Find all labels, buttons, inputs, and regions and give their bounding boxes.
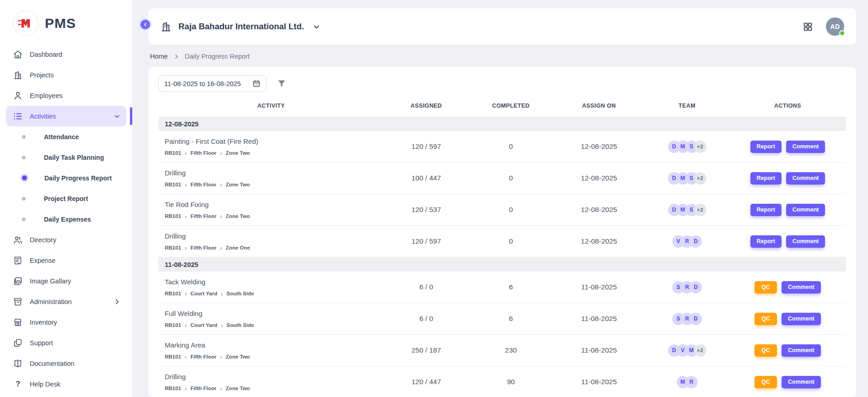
qc-button[interactable]: QC — [755, 376, 777, 388]
chevron-right-icon: › — [220, 150, 222, 156]
user-avatar[interactable]: AD — [826, 17, 844, 36]
sidebar-collapse-button[interactable] — [139, 18, 151, 31]
chevron-right-icon: › — [185, 182, 187, 188]
sidebar-item-dashboard[interactable]: Dashboard — [6, 44, 126, 65]
date-range-input[interactable] — [164, 80, 248, 87]
sidebar-item-daily-expenses[interactable]: Daily Expenses — [0, 209, 132, 229]
comment-button[interactable]: Comment — [786, 204, 825, 216]
location-segment: Fifth Floor — [190, 354, 216, 359]
sidebar-nav: DashboardProjectsEmployeesActivitiesAtte… — [0, 44, 132, 394]
report-button[interactable]: Report — [750, 204, 782, 216]
row-actions: QCComment — [729, 344, 846, 357]
filter-funnel-icon[interactable] — [277, 79, 286, 88]
comment-button[interactable]: Comment — [786, 235, 825, 248]
assign-on-value: 11-08-2025 — [553, 346, 645, 354]
report-button[interactable]: Report — [750, 235, 782, 248]
location-segment: Zone Two — [226, 182, 250, 187]
comment-button[interactable]: Comment — [782, 281, 821, 294]
bullet-icon — [22, 218, 26, 221]
sidebar: PMS DashboardProjectsEmployeesActivities… — [0, 0, 133, 397]
comment-button[interactable]: Comment — [782, 344, 821, 357]
qc-button[interactable]: QC — [755, 313, 777, 325]
date-range-picker[interactable] — [158, 75, 267, 92]
table-row: Painting - First Coat (Fire Red)RB101›Fi… — [158, 131, 846, 163]
chevron-right-icon: › — [185, 245, 187, 251]
sidebar-item-expense[interactable]: Expense — [6, 250, 126, 271]
activity-location: RB101›Court Yard›South Side — [165, 291, 384, 297]
breadcrumb-home[interactable]: Home — [150, 53, 168, 60]
location-segment: Court Yard — [190, 322, 217, 328]
column-header-completed: COMPLETED — [469, 103, 553, 109]
row-actions: QCComment — [729, 281, 846, 294]
comment-button[interactable]: Comment — [786, 141, 825, 153]
date-group-header: 11-08-2025 — [158, 257, 846, 272]
top-header-bar: Raja Bahadur International Ltd. AD — [148, 8, 856, 45]
row-actions: ReportComment — [729, 204, 846, 216]
activity-location: RB101›Fifth Floor›Zone Two — [165, 386, 384, 392]
sidebar-item-inventory[interactable]: Inventory — [6, 312, 126, 332]
bullet-icon — [22, 197, 26, 201]
team-avatars: DVM+2 — [645, 344, 729, 357]
topbar-actions: AD — [803, 17, 844, 36]
table-row: Marking AreaRB101›Fifth Floor›Zone Two25… — [158, 335, 846, 366]
sidebar-item-administration[interactable]: Administration — [6, 291, 126, 312]
bullet-icon — [22, 135, 26, 139]
qc-button[interactable]: QC — [755, 344, 777, 357]
sidebar-item-attendance[interactable]: Attendance — [0, 126, 132, 147]
sidebar-item-project-report[interactable]: Project Report — [0, 188, 132, 209]
home-icon — [13, 49, 23, 60]
bullet-icon — [22, 175, 27, 180]
comment-button[interactable]: Comment — [782, 313, 821, 325]
sidebar-item-employees[interactable]: Employees — [6, 85, 126, 106]
sidebar-item-activities[interactable]: Activities — [6, 106, 126, 126]
app-window: PMS DashboardProjectsEmployeesActivities… — [0, 0, 868, 397]
sidebar-item-daily-progress-report[interactable]: Daily Progress Report — [0, 168, 132, 188]
location-segment: Zone One — [226, 245, 250, 250]
sidebar-item-support[interactable]: Support — [6, 332, 126, 353]
comment-button[interactable]: Comment — [782, 376, 821, 388]
brand-logo-icon — [13, 11, 38, 36]
avatar-initials: AD — [830, 23, 840, 30]
sidebar-item-help-desk[interactable]: ?Help Desk — [6, 374, 126, 394]
team-avatars: DMS+2 — [645, 204, 729, 216]
location-segment: Fifth Floor — [190, 213, 216, 219]
sidebar-item-image-gallary[interactable]: Image Gallary — [6, 271, 126, 291]
company-selector[interactable]: Raja Bahadur International Ltd. — [160, 21, 321, 33]
sidebar-item-daily-task-planning[interactable]: Daily Task Planning — [0, 147, 132, 168]
building-icon — [13, 70, 23, 80]
team-more-badge: +2 — [694, 141, 706, 153]
list-icon — [13, 111, 23, 121]
chevron-right-icon: › — [221, 291, 223, 297]
report-button[interactable]: Report — [750, 141, 782, 153]
location-segment: Fifth Floor — [190, 150, 216, 156]
table-body: 12-08-2025Painting - First Coat (Fire Re… — [158, 117, 846, 397]
sidebar-item-documentation[interactable]: Documentation — [6, 353, 126, 374]
calendar-icon — [252, 79, 261, 88]
team-avatars: DMS+2 — [645, 172, 729, 185]
location-segment: RB101 — [165, 245, 181, 250]
location-segment: RB101 — [165, 182, 181, 187]
team-avatar: D — [690, 235, 702, 248]
app-name: PMS — [45, 16, 76, 31]
activity-title: Painting - First Coat (Fire Red) — [165, 137, 384, 145]
qc-button[interactable]: QC — [755, 281, 777, 294]
location-segment: Zone Two — [226, 150, 250, 156]
table-row: Full WeldingRB101›Court Yard›South Side6… — [158, 303, 846, 335]
completed-value: 230 — [469, 346, 553, 354]
row-actions: QCComment — [729, 376, 846, 388]
comment-button[interactable]: Comment — [786, 172, 825, 185]
sidebar-item-projects[interactable]: Projects — [6, 65, 126, 85]
main-content: Raja Bahadur International Ltd. AD — [133, 0, 868, 397]
location-segment: RB101 — [165, 386, 181, 391]
table-row: DrillingRB101›Fifth Floor›Zone Two120 / … — [158, 366, 846, 397]
apps-grid-icon[interactable] — [803, 22, 813, 32]
sidebar-item-directory[interactable]: Directory — [6, 229, 126, 250]
activity-location: RB101›Fifth Floor›Zone Two — [165, 150, 384, 156]
activity-location: RB101›Fifth Floor›Zone Two — [165, 182, 384, 188]
report-button[interactable]: Report — [750, 172, 782, 185]
building-icon — [160, 21, 172, 33]
assign-on-value: 12-08-2025 — [553, 206, 645, 214]
chevron-right-icon — [173, 54, 179, 60]
chevron-right-icon: › — [185, 354, 187, 360]
location-segment: RB101 — [165, 150, 181, 156]
